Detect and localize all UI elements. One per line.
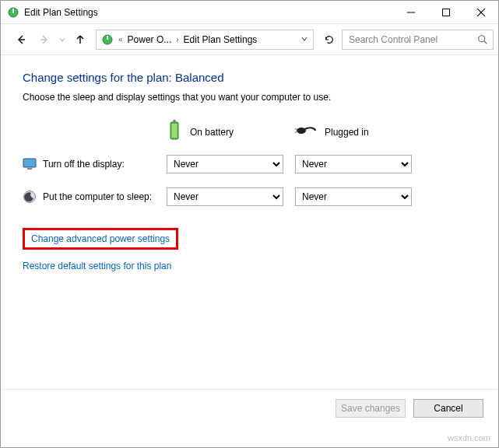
svg-rect-3 [442,9,449,16]
search-icon[interactable] [477,34,488,45]
highlight-box: Change advanced power settings [23,228,178,250]
page-heading: Change settings for the plan: Balanced [23,71,476,84]
svg-rect-14 [172,124,177,138]
cancel-button[interactable]: Cancel [413,399,483,418]
display-icon [23,157,37,171]
refresh-button[interactable] [318,29,340,51]
battery-column-label: On battery [190,127,234,138]
display-plugged-select[interactable]: Never [295,155,412,173]
row-sleep-label: Put the computer to sleep: [43,191,152,202]
forward-button[interactable] [33,29,55,51]
svg-rect-13 [173,120,176,122]
footer: Save changes Cancel [2,389,497,427]
chevron-left-icon[interactable]: « [117,35,125,44]
chevron-right-icon[interactable]: › [174,35,180,44]
breadcrumb-cp-icon[interactable] [100,33,115,46]
minimize-button[interactable] [393,1,428,24]
breadcrumb-dropdown[interactable] [297,34,311,45]
back-button[interactable] [10,29,32,51]
sleep-battery-select[interactable]: Never [167,187,283,206]
sleep-icon [23,190,37,204]
svg-rect-18 [23,159,36,167]
content-area: Change settings for the plan: Balanced C… [1,55,498,279]
svg-rect-19 [27,168,32,170]
window-title: Edit Plan Settings [24,7,98,18]
plugged-column-label: Plugged in [325,127,369,138]
watermark: wsxdn.com [448,433,490,443]
navigation-bar: « Power O... › Edit Plan Settings [1,24,498,55]
svg-line-11 [484,40,487,44]
page-subtext: Choose the sleep and display settings th… [23,92,476,103]
maximize-button[interactable] [428,1,463,24]
sleep-plugged-select[interactable]: Never [295,187,412,206]
save-changes-button[interactable]: Save changes [336,399,406,418]
recent-locations-dropdown[interactable] [57,29,68,51]
titlebar: Edit Plan Settings [1,1,498,24]
advanced-settings-link[interactable]: Change advanced power settings [31,233,170,244]
breadcrumb-item-power-options[interactable]: Power O... [126,34,174,45]
row-display: Turn off the display: Never Never [23,155,476,173]
up-button[interactable] [69,29,91,51]
display-battery-select[interactable]: Never [167,155,283,173]
row-sleep: Put the computer to sleep: Never Never [23,187,476,206]
plug-icon [295,124,317,139]
breadcrumb[interactable]: « Power O... › Edit Plan Settings [96,30,314,50]
row-display-label: Turn off the display: [43,159,125,170]
power-options-app-icon [7,6,19,19]
svg-point-10 [479,35,485,41]
search-input[interactable] [347,33,477,46]
close-button[interactable] [463,1,498,24]
search-box[interactable] [342,30,494,50]
restore-defaults-link[interactable]: Restore default settings for this plan [23,261,171,271]
svg-rect-1 [12,9,14,13]
battery-icon [167,120,182,144]
breadcrumb-item-edit-plan[interactable]: Edit Plan Settings [182,34,259,45]
column-headers: On battery Plugged in [23,120,476,144]
svg-rect-9 [107,36,108,40]
